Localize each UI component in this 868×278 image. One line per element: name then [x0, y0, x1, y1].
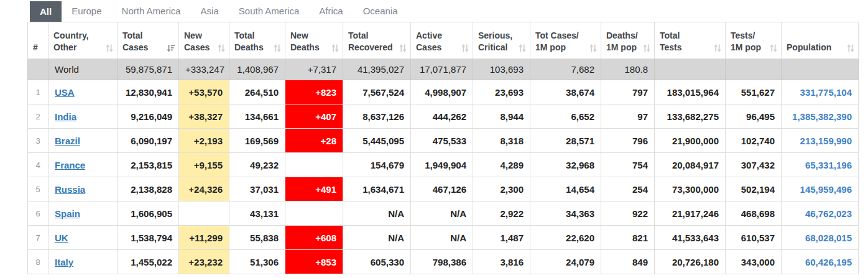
- cell-new_cases: +2,193: [179, 129, 229, 153]
- cell-new_cases: [179, 202, 229, 226]
- main-table-wrap: #Country, OtherTotal CasesNew CasesTotal…: [27, 22, 859, 274]
- tab-asia[interactable]: Asia: [191, 0, 229, 22]
- cell-cases_per_1m: 14,654: [530, 177, 601, 202]
- country-link-brazil[interactable]: Brazil: [55, 136, 80, 146]
- cell-active_cases: 444,262: [411, 104, 473, 129]
- column-header-total_deaths[interactable]: Total Deaths: [229, 22, 285, 59]
- cell-new_deaths: +28: [285, 129, 343, 153]
- column-header-serious_critical[interactable]: Serious, Critical: [473, 22, 530, 59]
- country-link-india[interactable]: India: [55, 111, 76, 122]
- cell-rank: 3: [28, 129, 48, 153]
- sort-both-icon: [399, 44, 407, 53]
- cell-population: 60,426,195: [782, 250, 859, 274]
- column-label-population: Population: [787, 42, 831, 53]
- cell-deaths_per_1m: 97: [601, 104, 655, 129]
- cell-serious_critical: 8,944: [473, 104, 530, 129]
- tab-south-america[interactable]: South America: [229, 0, 310, 22]
- cell-cases_per_1m: 24,079: [530, 250, 601, 274]
- cell-new_cases: +11,299: [179, 226, 229, 250]
- column-header-new_cases[interactable]: New Cases: [179, 22, 229, 59]
- cell-country: Brazil: [48, 129, 118, 153]
- cell-population: 1,385,382,390: [782, 104, 859, 129]
- cell-serious_critical: 2,300: [473, 177, 530, 202]
- cell-total_cases: 1,606,905: [118, 202, 179, 226]
- cell-total_deaths: 55,838: [229, 226, 285, 250]
- cell-country: India: [48, 104, 118, 129]
- tab-africa[interactable]: Africa: [309, 0, 353, 22]
- cell-rank: 6: [28, 202, 48, 226]
- cell-active_cases: 798,386: [411, 250, 473, 274]
- cell-new_cases: +24,326: [179, 177, 229, 202]
- cell-new_deaths: [285, 202, 343, 226]
- cell-deaths_per_1m: 821: [601, 226, 655, 250]
- cell-active_cases: 467,126: [411, 177, 473, 202]
- country-link-spain[interactable]: Spain: [55, 208, 80, 219]
- cell-total_tests: 21,917,246: [655, 202, 726, 226]
- column-header-tests_per_1m[interactable]: Tests/ 1M pop: [726, 22, 782, 59]
- sort-both-icon: [106, 44, 113, 53]
- country-link-russia[interactable]: Russia: [55, 184, 85, 195]
- column-header-total_recovered[interactable]: Total Recovered: [343, 22, 411, 59]
- tab-all[interactable]: All: [30, 1, 62, 22]
- cell-country: USA: [48, 80, 118, 104]
- column-header-total_tests[interactable]: Total Tests: [655, 22, 726, 59]
- cell-total_tests: 41,533,643: [655, 226, 726, 250]
- cell-rank: 5: [28, 177, 48, 202]
- cell-total_deaths: 49,232: [229, 153, 285, 177]
- cell-population: 46,762,023: [782, 202, 859, 226]
- cell-total_recovered: N/A: [343, 202, 411, 226]
- column-header-country[interactable]: Country, Other: [48, 22, 118, 59]
- country-link-italy[interactable]: Italy: [55, 257, 73, 267]
- region-tabs: AllEuropeNorth AmericaAsiaSouth AmericaA…: [30, 0, 868, 22]
- column-header-population[interactable]: Population: [782, 22, 859, 59]
- country-link-uk[interactable]: UK: [55, 233, 68, 243]
- cell-population: [782, 59, 859, 80]
- column-header-new_deaths[interactable]: New Deaths: [285, 22, 343, 59]
- cell-active_cases: N/A: [411, 226, 473, 250]
- cell-new_cases: +333,247: [179, 59, 229, 80]
- cell-country: France: [48, 153, 118, 177]
- cell-tests_per_1m: 96,495: [726, 104, 782, 129]
- cell-total_cases: 6,090,197: [118, 129, 179, 153]
- cell-deaths_per_1m: 254: [601, 177, 655, 202]
- cell-total_deaths: 264,510: [229, 80, 285, 104]
- cell-country: World: [48, 59, 118, 80]
- cell-active_cases: 475,533: [411, 129, 473, 153]
- cell-serious_critical: 1,487: [473, 226, 530, 250]
- cell-serious_critical: 4,289: [473, 153, 530, 177]
- cell-total_recovered: 5,445,095: [343, 129, 411, 153]
- cell-serious_critical: 23,693: [473, 80, 530, 104]
- column-label-deaths_per_1m: Deaths/ 1M pop: [606, 30, 638, 53]
- column-header-deaths_per_1m[interactable]: Deaths/ 1M pop: [601, 22, 655, 59]
- cell-deaths_per_1m: 922: [601, 202, 655, 226]
- cell-tests_per_1m: [726, 59, 782, 80]
- cell-active_cases: N/A: [411, 202, 473, 226]
- cell-total_recovered: 7,567,524: [343, 80, 411, 104]
- column-header-active_cases[interactable]: Active Cases: [411, 22, 473, 59]
- cell-total_recovered: 1,634,671: [343, 177, 411, 202]
- column-header-cases_per_1m[interactable]: Tot Cases/ 1M pop: [530, 22, 601, 59]
- country-link-usa[interactable]: USA: [55, 87, 75, 98]
- sort-both-icon: [218, 44, 225, 53]
- cell-tests_per_1m: 610,537: [726, 226, 782, 250]
- cell-active_cases: 17,071,877: [411, 59, 473, 80]
- cell-new_deaths: [285, 153, 343, 177]
- tab-north-america[interactable]: North America: [112, 0, 191, 22]
- cell-cases_per_1m: 7,682: [530, 59, 601, 80]
- table-row: 5Russia2,138,828+24,32637,031+4911,634,6…: [28, 177, 859, 202]
- cell-cases_per_1m: 32,968: [530, 153, 601, 177]
- country-link-france[interactable]: France: [55, 160, 85, 170]
- table-row: 3Brazil6,090,197+2,193169,569+285,445,09…: [28, 129, 859, 153]
- tab-oceania[interactable]: Oceania: [353, 0, 408, 22]
- tab-europe[interactable]: Europe: [62, 0, 111, 22]
- sort-both-icon: [519, 44, 526, 53]
- cell-new_cases: +53,570: [179, 80, 229, 104]
- column-header-total_cases[interactable]: Total Cases: [118, 22, 179, 59]
- cell-rank: 4: [28, 153, 48, 177]
- column-label-serious_critical: Serious, Critical: [478, 30, 512, 53]
- column-label-total_recovered: Total Recovered: [348, 30, 393, 53]
- cell-total_cases: 59,875,871: [118, 59, 179, 80]
- cell-total_cases: 9,216,049: [118, 104, 179, 129]
- table-row: 8Italy1,455,022+23,23251,306+853605,3307…: [28, 250, 859, 274]
- cell-total_cases: 2,138,828: [118, 177, 179, 202]
